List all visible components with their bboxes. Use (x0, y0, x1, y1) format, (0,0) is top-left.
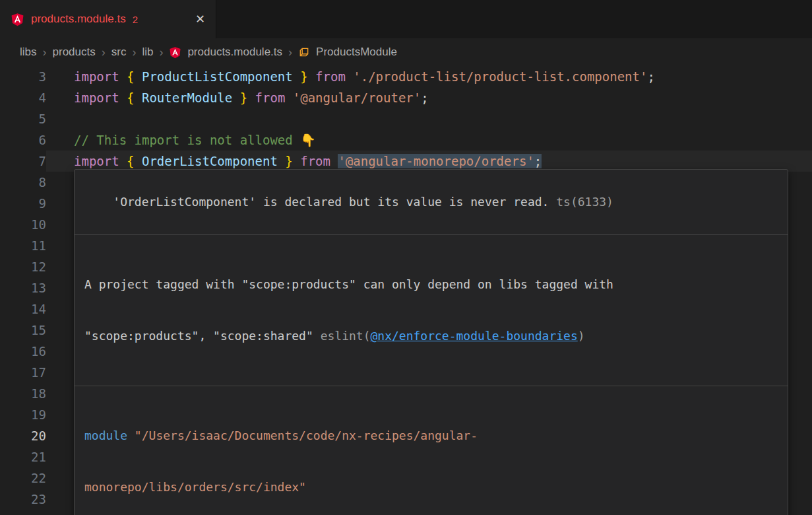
breadcrumb-item-src[interactable]: src (111, 46, 127, 59)
line-number[interactable]: 9 (0, 193, 46, 214)
line-number[interactable]: 16 (0, 341, 46, 362)
line-number[interactable]: 15 (0, 320, 46, 341)
line-number[interactable]: 13 (0, 277, 46, 298)
module-path-line-1: module "/Users/isaac/Documents/code/nx-r… (84, 427, 778, 444)
error-squiggle: import { OrderListComponent } from '@ang… (74, 154, 542, 168)
tab-title: products.module.ts (31, 13, 126, 26)
eslint-source-close: ) (578, 329, 585, 343)
module-path-line-2: monorepo/libs/orders/src/index" (84, 479, 778, 496)
code-line-3[interactable]: 3import { ProductListComponent } from '.… (0, 66, 812, 87)
line-number[interactable]: 17 (0, 362, 46, 383)
code-line-4[interactable]: 4import { RouterModule } from '@angular/… (0, 87, 812, 108)
module-path-info: module "/Users/isaac/Documents/code/nx-r… (75, 386, 788, 515)
eslint-message-line-1: A project tagged with "scope:products" c… (84, 276, 778, 293)
chevron-right-icon: › (43, 46, 47, 59)
line-number[interactable]: 7 (0, 151, 46, 172)
line-number[interactable]: 18 (0, 383, 46, 404)
ts-diagnostic-message: 'OrderListComponent' is declared but its… (113, 195, 549, 209)
line-number[interactable]: 22 (0, 467, 46, 489)
line-content: // This import is not allowed 👇 (46, 129, 812, 151)
line-number[interactable]: 8 (0, 172, 46, 193)
code-line-6[interactable]: 6// This import is not allowed 👇 (0, 129, 812, 151)
line-number[interactable]: 21 (0, 446, 46, 467)
angular-file-icon (11, 13, 24, 26)
line-number[interactable]: 10 (0, 214, 46, 235)
hover-diagnostics-popup: 'OrderListComponent' is declared but its… (74, 169, 788, 515)
line-number[interactable]: 12 (0, 256, 46, 277)
chevron-right-icon: › (102, 46, 106, 59)
breadcrumb-item-libs[interactable]: libs (20, 46, 37, 59)
chevron-right-icon: › (288, 46, 292, 59)
line-content (46, 108, 812, 129)
line-number[interactable]: 20 (0, 425, 46, 446)
line-content: import { ProductListComponent } from './… (46, 66, 812, 87)
line-number[interactable]: 5 (0, 108, 46, 129)
breadcrumb: libs › products › src › lib › products.m… (0, 38, 812, 66)
line-number[interactable]: 4 (0, 87, 46, 108)
ts-diagnostic-code: ts(6133) (549, 195, 613, 209)
eslint-rule-link[interactable]: @nx/enforce-module-boundaries (370, 329, 577, 343)
tab-problems-badge: 2 (133, 14, 138, 25)
eslint-message-line-2: "scope:products", "scope:shared" eslint(… (84, 327, 778, 345)
class-symbol-icon (298, 46, 310, 58)
breadcrumb-item-file[interactable]: products.module.ts (187, 46, 282, 59)
line-number[interactable]: 19 (0, 404, 46, 425)
line-number[interactable]: 11 (0, 235, 46, 256)
code-line-5[interactable]: 5 (0, 108, 812, 129)
close-icon[interactable]: ✕ (195, 12, 205, 26)
tab-products-module-ts[interactable]: products.module.ts 2 ✕ (0, 0, 216, 38)
breadcrumb-item-lib[interactable]: lib (142, 46, 153, 59)
tab-bar: products.module.ts 2 ✕ (0, 0, 812, 38)
chevron-right-icon: › (159, 46, 163, 59)
diagnostic-eslint: A project tagged with "scope:products" c… (75, 234, 788, 386)
breadcrumb-item-symbol[interactable]: ProductsModule (316, 46, 397, 59)
module-keyword: module (84, 429, 127, 442)
line-content: import { RouterModule } from '@angular/r… (46, 87, 812, 108)
line-number[interactable]: 6 (0, 129, 46, 151)
line-number[interactable]: 14 (0, 298, 46, 320)
diagnostic-ts6133: 'OrderListComponent' is declared but its… (75, 170, 788, 234)
line-number[interactable]: 23 (0, 489, 46, 510)
eslint-source-open: eslint( (321, 329, 371, 343)
breadcrumb-item-products[interactable]: products (53, 46, 96, 59)
line-number[interactable]: 3 (0, 66, 46, 87)
chevron-right-icon: › (132, 46, 136, 59)
angular-file-icon (169, 46, 181, 59)
